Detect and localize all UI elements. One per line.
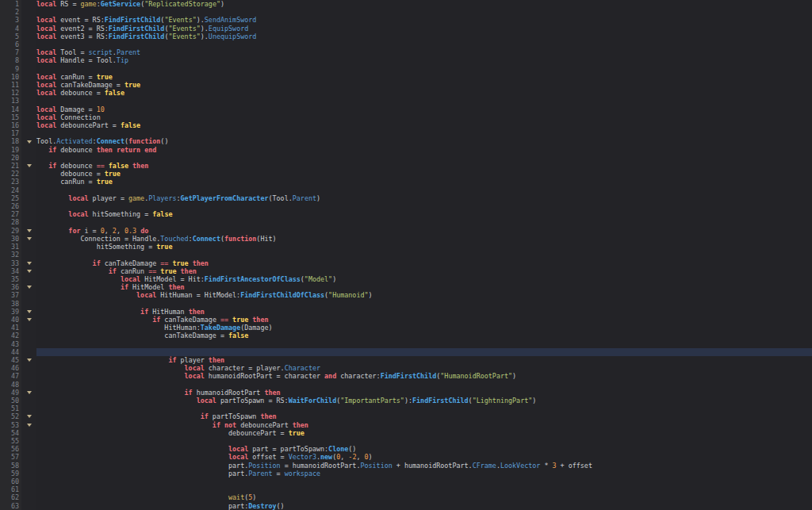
chevron-down-icon <box>27 359 32 362</box>
token: == <box>148 267 156 275</box>
line-number: 32 <box>0 251 21 259</box>
fold-arrow-icon[interactable] <box>21 259 36 267</box>
line-number: 38 <box>0 300 21 308</box>
token: TakeDamage <box>201 324 240 332</box>
token: then <box>189 308 205 316</box>
code-text: local RS = game:GetService("ReplicatedSt… <box>36 0 812 8</box>
token: event3 = RS: <box>56 33 109 40</box>
code-text: local Handle = Tool.Tip <box>36 56 812 64</box>
token: LookVector <box>500 462 540 470</box>
code-text <box>36 218 812 226</box>
line-number: 57 <box>0 453 21 461</box>
token: return <box>117 146 140 154</box>
code-line: 19 if debounce then return end <box>0 146 812 154</box>
current-line-text <box>36 348 812 356</box>
line-number: 16 <box>0 121 21 129</box>
token: hitSomething = <box>89 210 153 218</box>
line-number: 41 <box>0 324 21 332</box>
token: if <box>140 308 148 316</box>
code-text: HitHuman:TakeDamage(Damage) <box>36 324 812 332</box>
fold-arrow-icon[interactable] <box>21 267 36 275</box>
code-text <box>36 186 812 194</box>
fold-arrow-icon[interactable] <box>21 283 36 291</box>
fold-arrow-icon[interactable] <box>21 235 36 243</box>
token: FindFirstChild <box>105 16 161 24</box>
code-line: 20 <box>0 154 812 162</box>
code-text: if HitHuman then <box>36 308 812 316</box>
code-line: 8local Handle = Tool.Tip <box>0 56 812 64</box>
code-line: 2 <box>0 8 812 16</box>
token: if <box>168 356 176 364</box>
code-text: part.Parent = workspace <box>36 470 812 477</box>
fold-arrow-icon[interactable] <box>21 421 36 429</box>
token: true <box>172 259 188 267</box>
token: Parent <box>117 48 140 56</box>
token: local <box>36 0 56 8</box>
token: local <box>68 210 88 218</box>
token: Tool = <box>56 48 88 56</box>
token: false <box>152 210 172 218</box>
token: ): <box>404 397 412 405</box>
code-line: 59 part.Parent = workspace <box>0 470 812 477</box>
line-number: 61 <box>0 485 21 493</box>
chevron-down-icon <box>27 229 32 232</box>
token: ) <box>252 493 256 501</box>
fold-arrow-icon[interactable] <box>21 389 36 397</box>
code-line: 43 <box>0 340 812 348</box>
fold-arrow-icon[interactable] <box>21 162 36 170</box>
token: local <box>36 25 56 33</box>
token: event2 = RS: <box>56 25 109 33</box>
token: HitHuman: <box>164 324 200 332</box>
token: if <box>201 412 209 420</box>
code-text: if canRun == true then <box>36 267 812 275</box>
token: Clone <box>328 445 348 453</box>
fold-arrow-icon[interactable] <box>21 356 36 364</box>
token: part. <box>228 462 248 470</box>
fold-gutter <box>21 146 36 154</box>
token: , <box>340 453 348 461</box>
token: true <box>232 316 248 324</box>
code-line: 32 <box>0 251 812 259</box>
code-line: 31 hitSomething = true <box>0 243 812 251</box>
token: () <box>160 137 168 145</box>
token: function <box>224 235 256 243</box>
fold-gutter <box>21 470 36 477</box>
fold-arrow-icon[interactable] <box>21 227 36 235</box>
chevron-down-icon <box>27 424 32 427</box>
code-text: if partToSpawn then <box>36 412 812 420</box>
token: local <box>36 73 56 81</box>
fold-gutter <box>21 25 36 33</box>
code-text: if debounce == false then <box>36 162 812 170</box>
chevron-down-icon <box>27 164 32 167</box>
line-number: 25 <box>0 194 21 202</box>
fold-arrow-icon[interactable] <box>21 412 36 420</box>
token: part: <box>228 502 248 510</box>
token: local <box>36 81 56 89</box>
chevron-down-icon <box>27 237 32 240</box>
fold-arrow-icon[interactable] <box>21 137 36 145</box>
token: FindFirstChild <box>109 33 165 40</box>
code-text: for i = 0, 2, 0.3 do <box>36 227 812 235</box>
token: Character <box>285 364 320 372</box>
fold-gutter <box>21 243 36 251</box>
fold-gutter <box>21 348 36 356</box>
fold-gutter <box>21 502 36 510</box>
fold-arrow-icon[interactable] <box>21 316 36 324</box>
code-line: 40 if canTakeDamage == true then <box>0 316 812 324</box>
token: function <box>128 137 160 145</box>
token: then <box>260 412 276 420</box>
script-editor[interactable]: 1local RS = game:GetService("ReplicatedS… <box>0 0 812 510</box>
token: if <box>93 259 101 267</box>
code-text: if humanoidRootPart then <box>36 389 812 397</box>
token: () <box>277 502 285 510</box>
token: ). <box>201 33 209 40</box>
code-text <box>36 340 812 348</box>
code-line: 61 <box>0 485 812 493</box>
token: FindFirstChild <box>412 397 469 405</box>
line-number: 14 <box>0 105 21 113</box>
token: part. <box>228 470 248 477</box>
line-number: 8 <box>0 56 21 64</box>
fold-gutter <box>21 275 36 283</box>
code-text <box>36 251 812 259</box>
fold-arrow-icon[interactable] <box>21 308 36 316</box>
